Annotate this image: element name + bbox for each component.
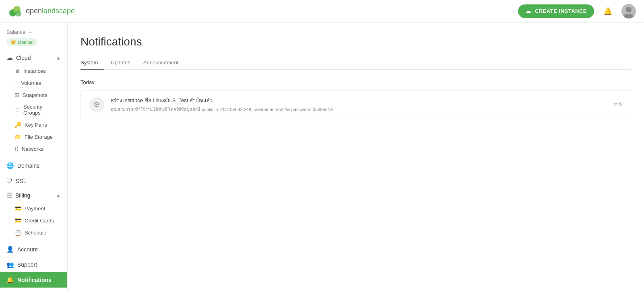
security-groups-icon: 🛡 [14,107,20,113]
cloud-items: 🖥 Instances ≡ Volumes ⊞ Snapshots 🛡 Secu… [0,65,67,158]
header-right: ☁ CREATE INSTANCE 🔔 [518,4,636,19]
domains-icon: 🌐 [6,162,14,169]
sidebar-item-instances[interactable]: 🖥 Instances [0,65,67,77]
billing-section: ☰ Billing ▲ 💳 Payment 💳 Credit Cards 📋 S… [0,188,67,242]
cloud-icon: ☁ [6,54,13,62]
notification-gear-icon: ⚙ [89,97,104,112]
schedule-icon: 📋 [14,229,21,236]
tab-updates[interactable]: Updates [104,56,136,70]
cloud-chevron-icon: ▲ [56,55,61,61]
sidebar-balance[interactable]: Balance → [0,23,67,38]
logo: openlandscape [8,4,75,19]
sidebar-item-file-storage[interactable]: 📁 File Storage [0,131,67,143]
sidebar-item-security-groups[interactable]: 🛡 Security Groups [0,101,67,119]
member-badge: 👑 Member [6,38,38,46]
balance-arrow-icon: → [28,29,33,35]
tab-announcement[interactable]: Announcement [137,56,185,70]
ssl-icon: 🛡 [6,177,12,184]
member-icon: 👑 [10,39,16,45]
page-title: Notifications [80,35,631,48]
layout: Balance → 👑 Member ☁ Cloud ▲ 🖥 Instances [0,23,644,292]
sidebar-item-networks[interactable]: ⟨⟩ Networks [0,143,67,155]
notification-title: สร้าง instance ชื่อ LinuxOLS_Test สำเร็จ… [111,96,604,105]
svg-point-4 [626,7,632,12]
account-icon: 👤 [6,246,14,253]
tab-system[interactable]: System [80,56,104,70]
svg-point-2 [16,11,21,16]
tabs: System Updates Announcement [80,56,631,70]
cloud-icon: ☁ [525,8,532,15]
notification-content: สร้าง instance ชื่อ LinuxOLS_Test สำเร็จ… [111,96,604,113]
header: openlandscape ☁ CREATE INSTANCE 🔔 [0,0,644,23]
sidebar-item-account[interactable]: 👤 Account [0,242,67,257]
notification-time: 14:22 [611,102,623,107]
volumes-icon: ≡ [14,80,18,86]
sidebar-item-notifications[interactable]: 🔔 Notifications [0,272,67,288]
sidebar-item-support[interactable]: 👥 Support [0,257,67,272]
avatar[interactable] [621,4,636,19]
instances-icon: 🖥 [14,68,20,74]
logo-landscape-text: landscape [42,7,75,15]
sidebar-item-schedule[interactable]: 📋 Schedule [0,226,67,239]
sidebar-item-snapshots[interactable]: ⊞ Snapshots [0,89,67,101]
billing-icon: ☰ [6,191,12,199]
cloud-section-header[interactable]: ☁ Cloud ▲ [0,51,67,65]
sidebar-item-ssl[interactable]: 🛡 SSL [0,173,67,188]
notification-sub: คุณสามารถเข้าใช้งานได้ทันที โดยใช้ข้อมูล… [111,106,604,113]
file-storage-icon: 📁 [14,134,21,140]
sidebar-item-key-pairs[interactable]: 🔑 Key Pairs [0,119,67,131]
sidebar-item-credit-cards[interactable]: 💳 Credit Cards [0,214,67,226]
support-icon: 👥 [6,261,14,268]
create-instance-button[interactable]: ☁ CREATE INSTANCE [518,4,594,18]
sidebar-item-volumes[interactable]: ≡ Volumes [0,77,67,89]
billing-chevron-icon: ▲ [56,193,61,198]
logo-icon [8,4,23,19]
snapshots-icon: ⊞ [14,92,19,98]
today-label: Today [80,79,631,85]
networks-icon: ⟨⟩ [14,146,19,152]
cloud-section: ☁ Cloud ▲ 🖥 Instances ≡ Volumes ⊞ Snapsh… [0,51,67,158]
key-pairs-icon: 🔑 [14,121,21,128]
credit-cards-icon: 💳 [14,217,21,224]
billing-items: 💳 Payment 💳 Credit Cards 📋 Schedule [0,202,67,242]
sidebar-item-domains[interactable]: 🌐 Domains [0,158,67,173]
main-content: Notifications System Updates Announcemen… [68,23,644,292]
sidebar-item-payment[interactable]: 💳 Payment [0,202,67,214]
logo-open-text: open [26,7,42,15]
payment-icon: 💳 [14,205,21,212]
notification-bell-icon[interactable]: 🔔 [601,4,615,19]
notification-item: ⚙ สร้าง instance ชื่อ LinuxOLS_Test สำเร… [80,90,631,119]
sidebar: Balance → 👑 Member ☁ Cloud ▲ 🖥 Instances [0,23,68,292]
notifications-sidebar-icon: 🔔 [6,276,14,284]
billing-section-header[interactable]: ☰ Billing ▲ [0,188,67,202]
